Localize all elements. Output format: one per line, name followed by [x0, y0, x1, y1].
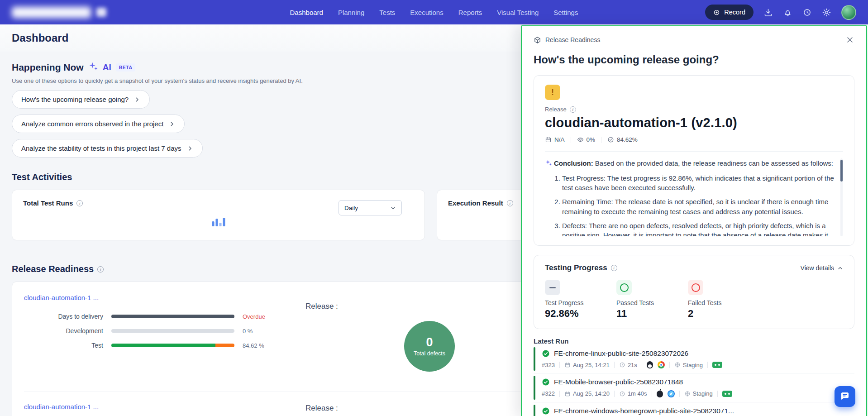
record-button[interactable]: Record [705, 5, 754, 20]
notifications-button[interactable] [783, 8, 792, 17]
run-name: FE-chrome-linux-public-site-250823072026 [554, 349, 688, 358]
nav-item-executions[interactable]: Executions [410, 9, 443, 16]
divider [559, 362, 560, 368]
gear-icon [822, 8, 831, 17]
total-defects-circle: 0 Total defects [404, 321, 455, 372]
settings-button[interactable] [822, 8, 831, 17]
chevron-up-icon [837, 265, 843, 271]
info-icon[interactable] [97, 266, 104, 273]
run-environment: Staging [674, 362, 703, 368]
env-label: Staging [683, 362, 703, 368]
run-item[interactable]: FE-chrome-linux-public-site-250823072026… [534, 345, 854, 373]
scrollbar-thumb[interactable] [840, 160, 843, 182]
minus-icon [545, 280, 560, 295]
logo-redacted [12, 7, 91, 18]
ai-sparkle-icon [88, 62, 98, 73]
conclusion-heading: Conclusion: [554, 159, 593, 167]
run-duration: 21s [619, 362, 637, 368]
globe-icon [684, 391, 691, 397]
chat-icon [839, 391, 850, 402]
release-readiness-label: Release Readiness [12, 264, 94, 274]
divider [652, 391, 652, 397]
stat-failed-tests: Failed Tests 2 [688, 280, 759, 320]
stat-label: Failed Tests [688, 299, 759, 306]
prompt-release-going[interactable]: How's the upcoming release going? [12, 90, 150, 109]
download-button[interactable] [763, 8, 773, 17]
run-id: #323 [542, 362, 555, 368]
nav-item-planning[interactable]: Planning [338, 9, 364, 16]
success-check-icon [542, 349, 550, 358]
nav-item-dashboard[interactable]: Dashboard [290, 9, 323, 16]
calendar-icon [564, 391, 571, 397]
divider [669, 362, 670, 368]
prompt-label: How's the upcoming release going? [21, 96, 129, 103]
run-item[interactable]: FE-chrome-windows-homegrown-public-site-… [534, 402, 854, 416]
prompt-label: Analyze common errors observed in the pr… [21, 120, 163, 128]
run-status-accent [534, 405, 535, 416]
execution-result-label: Execution Result [448, 199, 503, 207]
release-date-stat: N/A [545, 136, 565, 143]
divider [614, 362, 615, 368]
release-link[interactable]: cloudian-automation-1 ... [24, 403, 99, 411]
chevron-down-icon [390, 205, 396, 211]
period-value: Daily [344, 205, 358, 211]
conclusion-point: Remaining Time: The release date is not … [562, 197, 835, 217]
release-date-value: N/A [554, 136, 565, 143]
release-readiness-panel: Release Readiness How's the upcoming rel… [521, 25, 867, 416]
close-panel-button[interactable] [845, 35, 854, 44]
agent-badge-icon [722, 391, 732, 397]
stat-label: Passed Tests [616, 299, 688, 306]
stat-value: 11 [616, 308, 688, 320]
release-readiness-stat: 84.62% [607, 136, 638, 143]
run-duration-value: 21s [628, 362, 637, 368]
run-duration: 1m 40s [619, 390, 647, 397]
chevron-right-icon [169, 121, 175, 127]
app-logo[interactable] [12, 7, 290, 18]
row-label: Development [24, 327, 103, 335]
chrome-icon [658, 361, 665, 368]
nav-item-visual-testing[interactable]: Visual Testing [497, 9, 539, 16]
stat-test-progress: Test Progress 92.86% [545, 280, 616, 320]
run-environment: Staging [684, 390, 713, 397]
info-icon[interactable] [611, 265, 617, 271]
record-icon [713, 9, 720, 16]
info-icon[interactable] [76, 200, 83, 206]
nav-item-settings[interactable]: Settings [553, 9, 578, 16]
apple-icon [657, 391, 663, 397]
row-status: 84.62 % [243, 342, 264, 349]
total-test-runs-label: Total Test Runs [23, 199, 73, 207]
period-select[interactable]: Daily [339, 200, 402, 215]
nav-item-tests[interactable]: Tests [379, 9, 395, 16]
run-duration-value: 1m 40s [628, 390, 647, 397]
prompt-label: Analyze the stability of tests in this p… [21, 144, 181, 152]
safari-icon [668, 390, 675, 397]
ai-sparkle-icon [545, 159, 554, 167]
divider [717, 391, 718, 397]
chat-fab-button[interactable] [835, 386, 855, 407]
run-id: #322 [542, 390, 555, 397]
run-item[interactable]: FE-Mobile-browser-public-250823071848 #3… [534, 373, 854, 402]
nav-item-reports[interactable]: Reports [458, 9, 482, 16]
testing-progress-card: Testing Progress View details Test Progr… [534, 255, 854, 329]
calendar-icon [545, 136, 552, 143]
stat-value: 92.86% [545, 308, 616, 320]
user-avatar[interactable] [841, 5, 856, 20]
row-status: Overdue [243, 313, 265, 320]
main-nav: Dashboard Planning Tests Executions Repo… [290, 9, 578, 16]
release-readiness-icon [534, 36, 541, 44]
release-link[interactable]: cloudian-automation-1 ... [24, 294, 99, 301]
close-icon [845, 35, 854, 44]
calendar-icon [564, 362, 571, 368]
chevron-right-icon [187, 145, 193, 152]
view-details-button[interactable]: View details [801, 264, 843, 272]
info-icon[interactable] [507, 200, 513, 206]
download-icon [763, 8, 773, 17]
divider [601, 137, 601, 143]
prompt-test-stability[interactable]: Analyze the stability of tests in this p… [12, 139, 203, 158]
ai-conclusion-scroll-area[interactable]: Conclusion: Based on the provided data, … [545, 158, 843, 236]
nav-actions: Record [578, 5, 856, 20]
prompt-common-errors[interactable]: Analyze common errors observed in the pr… [12, 115, 185, 133]
history-button[interactable] [802, 8, 812, 17]
linux-icon [647, 361, 653, 368]
info-icon[interactable] [570, 106, 576, 113]
